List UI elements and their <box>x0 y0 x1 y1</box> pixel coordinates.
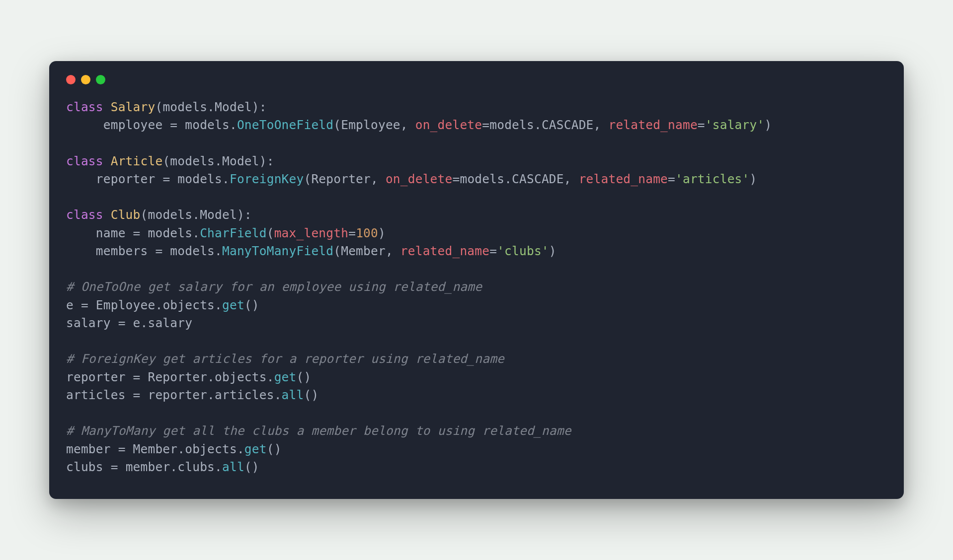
text <box>126 316 133 330</box>
punct: : <box>267 154 274 168</box>
punct: ) <box>750 172 757 186</box>
field: name <box>96 226 126 240</box>
text <box>88 298 96 312</box>
text <box>126 226 133 240</box>
text <box>126 442 133 456</box>
punct: ( <box>267 226 274 240</box>
keyword: class <box>66 100 103 114</box>
text <box>141 370 148 384</box>
op: = <box>162 172 170 186</box>
function: CharField <box>200 226 267 240</box>
field: employee <box>103 118 163 132</box>
punct: : <box>259 100 267 114</box>
text <box>378 172 386 186</box>
param: max_length <box>274 226 349 240</box>
punct: ) <box>259 154 267 168</box>
var: salary <box>66 316 111 330</box>
module: models <box>489 118 534 132</box>
module: models <box>148 226 192 240</box>
punct: . <box>215 154 222 168</box>
class-name: Salary <box>111 100 156 114</box>
field: members <box>96 244 148 258</box>
punct: ( <box>155 100 162 114</box>
punct: ) <box>304 370 311 384</box>
module: models <box>177 172 222 186</box>
number: 100 <box>356 226 378 240</box>
op: = <box>155 244 162 258</box>
function: ManyToManyField <box>222 244 333 258</box>
minimize-icon[interactable] <box>81 75 90 84</box>
punct: , <box>594 118 601 132</box>
function: get <box>274 370 297 384</box>
attr: salary <box>148 316 192 330</box>
var: articles <box>66 388 126 402</box>
param: on_delete <box>386 172 453 186</box>
text <box>103 154 111 168</box>
string: 'articles' <box>675 172 750 186</box>
punct: . <box>207 370 215 384</box>
text <box>126 370 133 384</box>
window-titlebar <box>66 75 887 84</box>
punct: , <box>400 118 408 132</box>
punct: ) <box>764 118 772 132</box>
text <box>148 244 155 258</box>
param: related_name <box>608 118 697 132</box>
punct: ( <box>304 172 311 186</box>
text <box>141 388 148 402</box>
punct: ) <box>237 208 244 222</box>
text <box>111 316 118 330</box>
comment: # ForeignKey get articles for a reporter… <box>66 351 504 366</box>
field: reporter <box>96 172 156 186</box>
maximize-icon[interactable] <box>96 75 105 84</box>
arg: Member <box>341 244 386 258</box>
punct: ( <box>333 244 341 258</box>
module: models <box>170 244 215 258</box>
text <box>408 118 415 132</box>
op: = <box>118 442 126 456</box>
punct: . <box>192 226 200 240</box>
op: = <box>133 388 141 402</box>
text <box>177 118 185 132</box>
var: reporter <box>148 388 207 402</box>
class-name: Club <box>111 208 141 222</box>
var: reporter <box>66 370 126 384</box>
function: all <box>282 388 304 402</box>
text <box>126 388 133 402</box>
punct: . <box>207 100 215 114</box>
var: e <box>133 316 141 330</box>
op: = <box>170 118 177 132</box>
text <box>141 226 148 240</box>
arg: Reporter <box>311 172 371 186</box>
attr: Model <box>200 208 237 222</box>
text <box>155 172 162 186</box>
punct: ) <box>274 442 282 456</box>
punct: ) <box>252 100 259 114</box>
param: related_name <box>579 172 668 186</box>
punct: . <box>170 460 177 474</box>
attr: CASCADE <box>512 172 564 186</box>
param: on_delete <box>415 118 482 132</box>
code-window: class Salary(models.Model): employee = m… <box>49 61 904 499</box>
punct: . <box>177 442 185 456</box>
function: get <box>244 442 267 456</box>
class-ref: Member <box>133 442 178 456</box>
op: = <box>133 370 141 384</box>
function: get <box>222 298 244 312</box>
punct: . <box>237 442 244 456</box>
attr: objects <box>162 298 215 312</box>
punct: , <box>386 244 393 258</box>
punct: . <box>141 316 148 330</box>
module: models <box>148 208 192 222</box>
punct: ) <box>549 244 556 258</box>
comment: # ManyToMany get all the clubs a member … <box>66 423 571 438</box>
function: ForeignKey <box>230 172 304 186</box>
text <box>103 208 111 222</box>
punct: . <box>215 244 222 258</box>
var: member <box>126 460 170 474</box>
class-ref: Reporter <box>148 370 207 384</box>
punct: . <box>504 172 512 186</box>
module: models <box>460 172 504 186</box>
module: models <box>170 154 215 168</box>
module: models <box>162 100 207 114</box>
close-icon[interactable] <box>66 75 76 84</box>
